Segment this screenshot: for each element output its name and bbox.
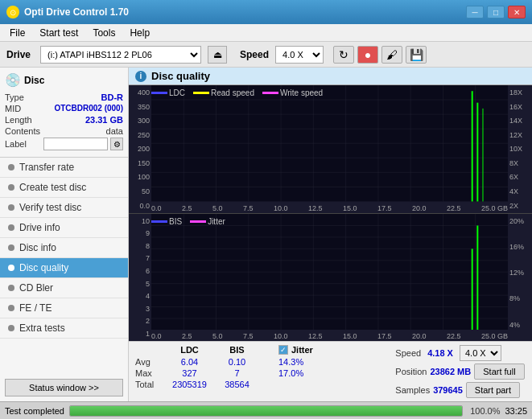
sidebar-nav: Transfer rate Create test disc Verify te… xyxy=(0,158,128,374)
speed-value-stat: 4.18 X xyxy=(427,348,453,358)
speed-select-stat[interactable]: 4.0 X xyxy=(460,345,501,361)
eject-button[interactable]: ⏏ xyxy=(208,46,227,64)
samples-value: 379645 xyxy=(433,385,463,395)
start-full-button[interactable]: Start full xyxy=(474,364,524,380)
sidebar-item-extra-tests[interactable]: Extra tests xyxy=(0,318,128,339)
speed-label: Speed xyxy=(240,49,269,60)
stats-panel: LDC BIS ✓ Jitter Avg 6.04 0.10 14.3% Max xyxy=(129,341,532,401)
disc-quality-icon: i xyxy=(135,71,146,82)
jitter-col-header: Jitter xyxy=(291,345,313,355)
menu-tools[interactable]: Tools xyxy=(86,26,122,40)
disc-quality-header: i Disc quality xyxy=(129,68,532,85)
legend-read-line xyxy=(193,92,209,94)
chart-top-svg xyxy=(151,85,508,202)
sidebar-item-fe-te[interactable]: FE / TE xyxy=(0,298,128,318)
right-panel: i Disc quality 400 350 300 250 200 150 1… xyxy=(129,68,532,401)
progress-percent: 100.0% xyxy=(468,406,500,416)
type-value: BD-R xyxy=(101,92,124,102)
disc-panel: 💿 Disc Type BD-R MID OTCBDR002 (000) Len… xyxy=(0,68,128,158)
sidebar-item-create-test-disc[interactable]: Create test disc xyxy=(0,178,128,198)
chart-bottom-svg xyxy=(151,214,508,331)
disc-label-input[interactable] xyxy=(43,138,108,150)
nav-dot-drive xyxy=(8,224,14,231)
progress-bar-fill xyxy=(70,406,462,416)
avg-ldc: 6.04 xyxy=(167,357,212,367)
disc-label-label: Label xyxy=(5,139,27,149)
start-part-button[interactable]: Start part xyxy=(466,382,520,398)
nav-dot-verify xyxy=(8,204,14,211)
x-axis-bottom: 0.0 2.5 5.0 7.5 10.0 12.5 15.0 17.5 20.0… xyxy=(151,332,508,341)
minimize-button[interactable]: ─ xyxy=(466,6,484,18)
max-bis: 7 xyxy=(215,368,259,378)
green-button[interactable]: 🖌 xyxy=(381,46,402,64)
window-controls: ─ □ ✕ xyxy=(466,6,526,18)
menu-bar: File Start test Tools Help xyxy=(0,24,532,42)
stats-header: LDC BIS ✓ Jitter xyxy=(135,345,395,355)
y-axis-top-left: 400 350 300 250 200 150 100 50 0.0 xyxy=(129,85,151,213)
mid-label: MID xyxy=(5,104,21,113)
menu-start-test[interactable]: Start test xyxy=(33,26,85,40)
position-value: 23862 MB xyxy=(430,367,471,376)
maximize-button[interactable]: □ xyxy=(487,6,505,18)
status-text: Test completed xyxy=(5,406,64,416)
nav-dot-create xyxy=(8,184,14,191)
progress-time: 33:25 xyxy=(505,406,527,416)
legend-jitter-line xyxy=(190,220,206,223)
mid-value: OTCBDR002 (000) xyxy=(54,104,123,113)
drive-selector[interactable]: (i:) ATAPI iHBS112 2 PL06 xyxy=(40,46,201,64)
sidebar-item-drive-info[interactable]: Drive info xyxy=(0,218,128,238)
y-axis-bottom-left: 10 9 8 7 6 5 4 3 2 1 xyxy=(129,214,151,342)
position-label: Position xyxy=(395,367,427,376)
stats-avg-row: Avg 6.04 0.10 14.3% xyxy=(135,357,395,367)
nav-dot-fe-te xyxy=(8,305,14,311)
contents-label: Contents xyxy=(5,126,40,136)
legend-ldc-line xyxy=(151,92,167,94)
charts-area: 400 350 300 250 200 150 100 50 0.0 18X 1… xyxy=(129,85,532,341)
y-axis-bottom-right: 20% 16% 12% 8% 4% xyxy=(508,214,532,342)
menu-file[interactable]: File xyxy=(3,26,31,40)
sidebar-item-disc-quality[interactable]: Disc quality xyxy=(0,258,128,278)
disc-title: Disc xyxy=(24,75,44,86)
nav-label-verify: Verify test disc xyxy=(19,202,81,213)
stats-speed-row: Speed 4.18 X 4.0 X xyxy=(395,345,526,361)
speed-selector[interactable]: 4.0 X xyxy=(275,46,324,64)
length-label: Length xyxy=(5,115,32,125)
progress-bar xyxy=(69,405,463,417)
red-button[interactable]: ● xyxy=(357,46,378,64)
sidebar-item-verify-test-disc[interactable]: Verify test disc xyxy=(0,198,128,218)
refresh-button[interactable]: ↻ xyxy=(333,46,354,64)
chart-ldc-read-write: 400 350 300 250 200 150 100 50 0.0 18X 1… xyxy=(129,85,532,214)
chart-bottom-legend: BIS Jitter xyxy=(151,217,232,226)
total-bis: 38564 xyxy=(215,380,259,389)
stats-right: Speed 4.18 X 4.0 X Position 23862 MB Sta… xyxy=(395,345,526,398)
length-value: 23.31 GB xyxy=(85,115,123,125)
nav-dot-disc-info xyxy=(8,244,14,251)
save-button[interactable]: 💾 xyxy=(406,46,427,64)
jitter-checkbox[interactable]: ✓ xyxy=(278,345,288,355)
progress-bar-area: Test completed 100.0% 33:25 xyxy=(0,401,532,419)
close-button[interactable]: ✕ xyxy=(508,6,526,18)
max-ldc: 327 xyxy=(167,368,212,378)
x-axis-top: 0.0 2.5 5.0 7.5 10.0 12.5 15.0 17.5 20.0… xyxy=(151,204,508,213)
disc-label-button[interactable]: ⚙ xyxy=(110,138,123,150)
nav-label-extra: Extra tests xyxy=(19,322,65,334)
chart-top-legend: LDC Read speed Write speed xyxy=(151,88,329,97)
nav-label-fe-te: FE / TE xyxy=(19,302,52,314)
nav-label-disc-quality: Disc quality xyxy=(19,262,68,273)
nav-label-create: Create test disc xyxy=(19,182,86,193)
legend-bis-line xyxy=(151,220,167,223)
sidebar-item-cd-bler[interactable]: CD Bler xyxy=(0,278,128,298)
nav-label-drive: Drive info xyxy=(19,222,60,233)
menu-help[interactable]: Help xyxy=(123,26,156,40)
sidebar-item-disc-info[interactable]: Disc info xyxy=(0,238,128,258)
disc-icon: 💿 xyxy=(5,72,21,88)
avg-jitter: 14.3% xyxy=(278,357,303,367)
stats-samples-row: Samples 379645 Start part xyxy=(395,382,526,398)
status-window-button[interactable]: Status window >> xyxy=(5,379,123,396)
legend-write-line xyxy=(262,92,278,94)
sidebar-item-transfer-rate[interactable]: Transfer rate xyxy=(0,158,128,178)
max-jitter: 17.0% xyxy=(278,368,303,378)
contents-value: data xyxy=(106,126,123,136)
avg-bis: 0.10 xyxy=(215,357,259,367)
title-bar: ⊙ Opti Drive Control 1.70 ─ □ ✕ xyxy=(0,0,532,24)
